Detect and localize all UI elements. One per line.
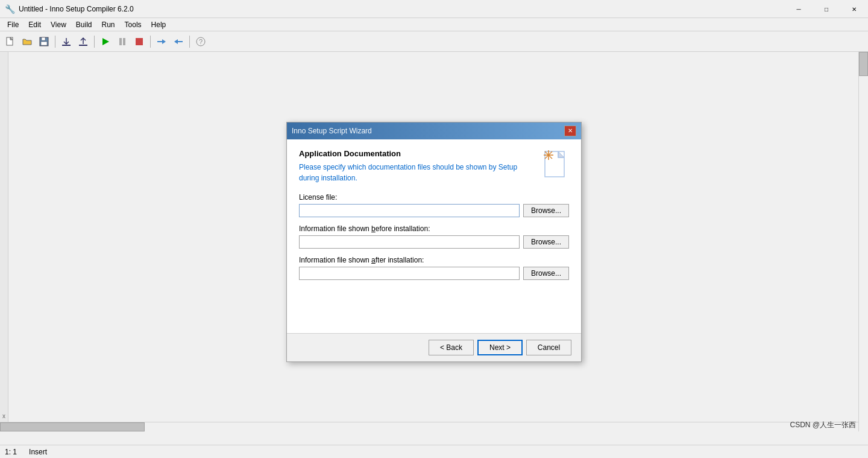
right-scrollbar-thumb[interactable] — [859, 52, 868, 76]
license-file-input[interactable] — [299, 204, 520, 217]
info-before-label: Information file shown before installati… — [299, 224, 569, 233]
svg-rect-3 — [41, 42, 47, 45]
svg-rect-7 — [123, 38, 125, 45]
spacer — [299, 287, 569, 323]
separator-3 — [150, 36, 151, 48]
separator-2 — [94, 36, 95, 48]
separator-4 — [189, 36, 190, 48]
open-button[interactable] — [19, 34, 35, 49]
info-before-group: Information file shown before installati… — [299, 224, 569, 249]
info-before-input[interactable] — [299, 235, 520, 249]
wizard-dialog: Inno Setup Script Wizard ✕ Application D… — [286, 122, 582, 362]
menu-bar: File Edit View Build Run Tools Help — [0, 18, 868, 31]
dialog-section-title: Application Documentation — [299, 149, 534, 158]
license-file-browse-button[interactable]: Browse... — [523, 204, 569, 217]
download-button[interactable] — [58, 34, 74, 49]
info-after-row: Browse... — [299, 267, 569, 280]
right-scrollbar[interactable] — [858, 52, 868, 431]
next-button[interactable]: Next > — [477, 340, 523, 355]
svg-rect-4 — [62, 45, 71, 46]
export-button[interactable] — [154, 34, 169, 49]
license-file-group: License file: Browse... — [299, 193, 569, 217]
save-button[interactable] — [36, 34, 52, 49]
menu-edit[interactable]: Edit — [24, 18, 46, 31]
menu-tools[interactable]: Tools — [120, 18, 146, 31]
bottom-scrollbar[interactable] — [0, 422, 858, 431]
help-button[interactable]: ? — [193, 34, 209, 49]
dialog-close-button[interactable]: ✕ — [564, 126, 576, 136]
document-icon — [540, 149, 569, 182]
cancel-button[interactable]: Cancel — [526, 340, 571, 355]
watermark: CSDN @人生一张西 — [790, 420, 856, 430]
svg-rect-2 — [42, 37, 45, 40]
info-before-row: Browse... — [299, 235, 569, 249]
menu-help[interactable]: Help — [146, 18, 171, 31]
separator-1 — [55, 36, 55, 48]
run-button[interactable] — [98, 34, 113, 49]
svg-rect-6 — [119, 38, 122, 45]
info-after-input[interactable] — [299, 267, 520, 280]
toolbar: ? — [0, 31, 868, 52]
info-after-browse-button[interactable]: Browse... — [523, 267, 569, 280]
stop-button[interactable] — [131, 34, 147, 49]
dialog-section-subtitle: Please specify which documentation files… — [299, 162, 534, 183]
import-button[interactable] — [171, 34, 186, 49]
pause-button[interactable] — [115, 34, 130, 49]
dialog-overlay: Inno Setup Script Wizard ✕ Application D… — [0, 52, 868, 431]
back-button[interactable]: < Back — [429, 340, 474, 355]
close-button[interactable]: ✕ — [840, 0, 868, 18]
main-area: x Inno Setup Script Wizard ✕ Application… — [0, 52, 868, 445]
app-icon: 🔧 — [5, 4, 15, 14]
status-bar: 1: 1 Insert — [0, 445, 868, 458]
new-button[interactable] — [2, 34, 18, 49]
info-after-group: Information file shown after installatio… — [299, 256, 569, 280]
svg-text:?: ? — [199, 38, 203, 45]
menu-build[interactable]: Build — [71, 18, 97, 31]
upload-button[interactable] — [75, 34, 91, 49]
info-after-label: Information file shown after installatio… — [299, 256, 569, 264]
dialog-title: Inno Setup Script Wizard — [292, 127, 372, 135]
status-position: 1: 1 — [5, 448, 17, 456]
info-before-browse-button[interactable]: Browse... — [523, 235, 569, 249]
menu-file[interactable]: File — [2, 18, 24, 31]
menu-run[interactable]: Run — [97, 18, 120, 31]
menu-view[interactable]: View — [46, 18, 71, 31]
license-file-row: Browse... — [299, 204, 569, 217]
minimize-button[interactable]: ─ — [785, 0, 813, 18]
dialog-header-text: Application Documentation Please specify… — [299, 149, 534, 183]
svg-rect-5 — [79, 45, 87, 46]
title-bar-controls: ─ □ ✕ — [785, 0, 868, 18]
title-bar-text: Untitled - Inno Setup Compiler 6.2.0 — [19, 5, 134, 13]
maximize-button[interactable]: □ — [813, 0, 840, 18]
svg-rect-8 — [136, 38, 143, 45]
dialog-title-bar: Inno Setup Script Wizard ✕ — [287, 122, 581, 139]
dialog-footer: < Back Next > Cancel — [287, 333, 581, 361]
license-file-label: License file: — [299, 193, 569, 202]
title-bar: 🔧 Untitled - Inno Setup Compiler 6.2.0 ─… — [0, 0, 868, 18]
dialog-header: Application Documentation Please specify… — [299, 149, 569, 183]
bottom-scrollbar-thumb[interactable] — [0, 422, 145, 431]
status-mode: Insert — [29, 448, 47, 456]
dialog-content: Application Documentation Please specify… — [287, 139, 581, 333]
